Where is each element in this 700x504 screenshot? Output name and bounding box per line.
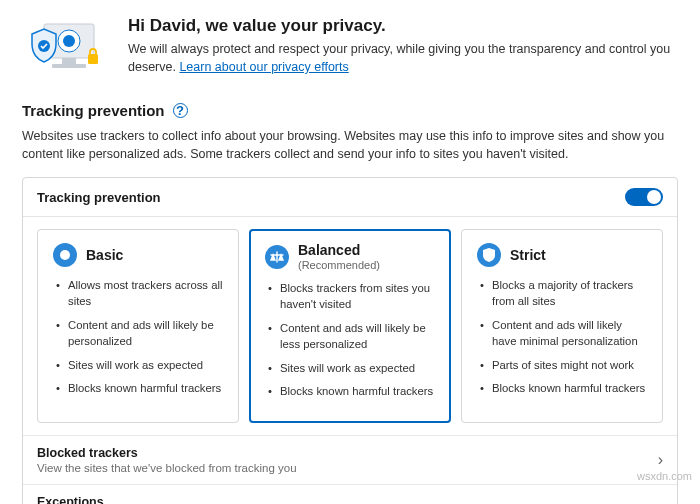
section-description: Websites use trackers to collect info ab…	[22, 127, 678, 163]
level-card-basic[interactable]: Basic Allows most trackers across all si…	[37, 229, 239, 423]
tracking-prevention-toggle[interactable]	[625, 188, 663, 206]
level-bullet: Sites will work as expected	[58, 358, 224, 374]
hero-title: Hi David, we value your privacy.	[128, 16, 678, 36]
level-card-balanced[interactable]: Balanced (Recommended) Blocks trackers f…	[249, 229, 451, 423]
level-bullet: Blocks trackers from sites you haven't v…	[270, 281, 436, 313]
panel-header-label: Tracking prevention	[37, 190, 161, 205]
level-title: Basic	[86, 247, 123, 263]
level-bullet: Content and ads will likely be less pers…	[270, 321, 436, 353]
privacy-hero: Hi David, we value your privacy. We will…	[22, 16, 678, 80]
level-subtitle: (Recommended)	[298, 259, 380, 271]
level-bullet: Blocks known harmful trackers	[58, 381, 224, 397]
level-bullet: Content and ads will likely be personali…	[58, 318, 224, 350]
svg-point-7	[60, 250, 70, 260]
level-bullet: Blocks known harmful trackers	[270, 384, 436, 400]
blocked-trackers-row[interactable]: Blocked trackers View the sites that we'…	[23, 435, 677, 484]
level-bullet: Blocks a majority of trackers from all s…	[482, 278, 648, 310]
level-bullet: Blocks known harmful trackers	[482, 381, 648, 397]
tracking-levels: Basic Allows most trackers across all si…	[23, 217, 677, 435]
level-title: Balanced	[298, 242, 380, 258]
svg-rect-2	[52, 64, 86, 68]
tracking-prevention-panel: Tracking prevention Basic Allows most tr…	[22, 177, 678, 504]
info-icon[interactable]: ?	[173, 103, 188, 118]
svg-rect-5	[88, 54, 98, 64]
row-desc: View the sites that we've blocked from t…	[37, 462, 658, 474]
level-bullet: Allows most trackers across all sites	[58, 278, 224, 310]
row-title: Exceptions	[37, 495, 658, 504]
balanced-icon	[264, 244, 290, 270]
strict-icon	[476, 242, 502, 268]
row-title: Blocked trackers	[37, 446, 658, 460]
chevron-right-icon: ›	[658, 451, 663, 469]
hero-desc: We will always protect and respect your …	[128, 40, 678, 76]
exceptions-row[interactable]: Exceptions Allow all trackers on sites y…	[23, 484, 677, 504]
basic-icon	[52, 242, 78, 268]
level-bullet: Parts of sites might not work	[482, 358, 648, 374]
svg-rect-1	[62, 58, 76, 64]
privacy-hero-illustration	[22, 16, 110, 80]
level-bullet: Sites will work as expected	[270, 361, 436, 377]
section-title: Tracking prevention	[22, 102, 165, 119]
chevron-right-icon: ›	[658, 500, 663, 504]
watermark: wsxdn.com	[637, 470, 692, 482]
privacy-efforts-link[interactable]: Learn about our privacy efforts	[179, 60, 348, 74]
level-card-strict[interactable]: Strict Blocks a majority of trackers fro…	[461, 229, 663, 423]
level-title: Strict	[510, 247, 546, 263]
level-bullet: Content and ads will likely have minimal…	[482, 318, 648, 350]
